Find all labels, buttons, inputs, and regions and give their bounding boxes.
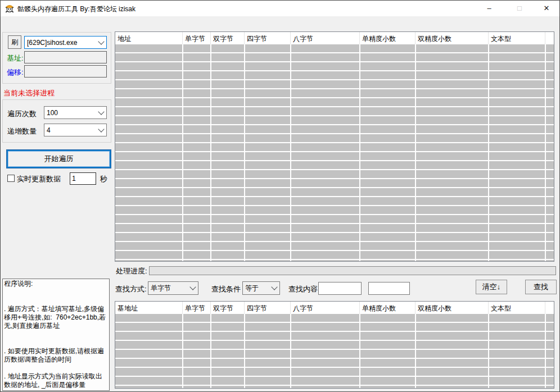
column-header[interactable]: 八字节 bbox=[291, 302, 360, 314]
iterations-label: 遍历次数 bbox=[7, 109, 37, 119]
progress-label: 处理进度: bbox=[116, 266, 147, 276]
column-header[interactable]: 单精度小数 bbox=[360, 32, 416, 44]
memory-results-body[interactable] bbox=[115, 44, 554, 261]
program-notes: 程序说明: . 遍历方式：基址填写基址,多级偏移用+号连接,如: 760+2ec… bbox=[2, 279, 110, 391]
process-status-text: 当前未选择进程 bbox=[3, 88, 55, 98]
progress-bar bbox=[149, 266, 556, 275]
column-separator bbox=[290, 44, 291, 261]
minimize-button[interactable]: – bbox=[476, 1, 502, 16]
chevron-down-icon bbox=[98, 126, 104, 132]
offset-input[interactable] bbox=[24, 65, 107, 78]
column-header[interactable]: 双精度小数 bbox=[416, 32, 489, 44]
column-header[interactable]: 单字节 bbox=[183, 32, 211, 44]
column-separator bbox=[545, 44, 546, 261]
column-separator bbox=[244, 314, 245, 388]
column-separator bbox=[545, 314, 546, 388]
column-header[interactable]: 四字节 bbox=[245, 302, 291, 314]
maximize-button: □ bbox=[507, 1, 532, 16]
column-separator bbox=[182, 44, 183, 261]
column-header[interactable]: 单字节 bbox=[183, 302, 211, 314]
column-header[interactable]: 八字节 bbox=[291, 32, 360, 44]
seconds-label: 秒 bbox=[100, 174, 107, 184]
search-results-header-row: 基地址单字节双字节四字节八字节单精度小数双精度小数文本型 bbox=[115, 302, 554, 314]
column-separator bbox=[488, 44, 489, 261]
iterations-select[interactable]: 100 bbox=[44, 106, 107, 119]
memory-results-table: 地址单字节双字节四字节八字节单精度小数双精度小数文本型 bbox=[115, 31, 554, 262]
column-header[interactable]: 地址 bbox=[115, 32, 183, 44]
clear-results-button[interactable]: 清空↓ bbox=[476, 280, 507, 294]
iterations-value: 100 bbox=[47, 109, 58, 117]
chevron-down-icon bbox=[98, 38, 104, 44]
base-address-input[interactable] bbox=[24, 51, 107, 63]
search-content-label: 查找内容 bbox=[288, 284, 318, 294]
search-results-body[interactable] bbox=[115, 314, 554, 388]
column-separator bbox=[210, 44, 211, 261]
window-title: 骷髅头内存遍历工具 By:吾爱论坛 izisak bbox=[17, 4, 136, 14]
app-window: 骷髅头内存遍历工具 By:吾爱论坛 izisak – □ ✕ 内存遍历 待添加 … bbox=[0, 0, 560, 392]
column-separator bbox=[359, 44, 360, 261]
chevron-down-icon bbox=[98, 108, 104, 115]
chevron-down-icon bbox=[271, 284, 277, 290]
chevron-down-icon bbox=[189, 284, 196, 290]
column-header[interactable]: 四字节 bbox=[245, 32, 291, 44]
column-header[interactable]: 双字节 bbox=[211, 302, 245, 314]
realtime-update-checkbox[interactable] bbox=[7, 175, 15, 182]
process-select-value: [629C]sihost.exe bbox=[27, 39, 77, 47]
column-header-filler bbox=[545, 32, 554, 44]
refresh-process-button[interactable]: 刷 bbox=[8, 35, 21, 49]
increment-select[interactable]: 4 bbox=[44, 124, 107, 136]
skull-straw-hat-icon bbox=[4, 3, 15, 13]
search-content-input-2[interactable] bbox=[368, 282, 410, 295]
column-separator bbox=[488, 314, 489, 388]
find-button[interactable]: 查找 bbox=[525, 280, 557, 294]
column-separator bbox=[290, 314, 291, 388]
search-mode-value: 单字节 bbox=[151, 284, 171, 293]
base-address-label: 基址: bbox=[7, 53, 24, 63]
search-mode-label: 查找方式: bbox=[115, 284, 147, 294]
column-separator bbox=[359, 314, 360, 388]
column-separator bbox=[210, 314, 211, 388]
tab-strip: 内存遍历 待添加 待添加 bbox=[1, 16, 559, 30]
column-header[interactable]: 基地址 bbox=[115, 302, 183, 314]
offset-label: 偏移: bbox=[7, 67, 24, 78]
search-condition-label: 查找条件 bbox=[211, 284, 241, 294]
title-bar[interactable]: 骷髅头内存遍历工具 By:吾爱论坛 izisak – □ ✕ bbox=[1, 1, 559, 16]
column-header[interactable]: 双精度小数 bbox=[416, 302, 489, 314]
start-traverse-button[interactable]: 开始遍历 bbox=[7, 150, 111, 168]
realtime-update-label: 实时更新数据 bbox=[17, 174, 61, 184]
increment-value: 4 bbox=[47, 126, 51, 134]
increment-label: 递增数量 bbox=[7, 126, 37, 136]
search-results-table: 基地址单字节双字节四字节八字节单精度小数双精度小数文本型 bbox=[115, 301, 554, 389]
realtime-interval-input[interactable] bbox=[70, 172, 96, 185]
column-separator bbox=[415, 44, 416, 261]
column-header[interactable]: 双字节 bbox=[211, 32, 245, 44]
column-header-filler bbox=[545, 302, 554, 314]
column-separator bbox=[415, 314, 416, 388]
close-button[interactable]: ✕ bbox=[534, 1, 559, 16]
search-condition-value: 等于 bbox=[245, 284, 259, 293]
search-condition-select[interactable]: 等于 bbox=[242, 281, 280, 295]
memory-results-header-row: 地址单字节双字节四字节八字节单精度小数双精度小数文本型 bbox=[115, 32, 554, 44]
column-header[interactable]: 文本型 bbox=[489, 302, 545, 314]
search-mode-select[interactable]: 单字节 bbox=[148, 281, 198, 295]
column-separator bbox=[182, 314, 183, 388]
column-separator bbox=[244, 44, 245, 261]
column-header[interactable]: 文本型 bbox=[489, 32, 545, 44]
search-content-input[interactable] bbox=[318, 282, 362, 295]
process-select[interactable]: [629C]sihost.exe bbox=[24, 36, 107, 49]
column-header[interactable]: 单精度小数 bbox=[360, 302, 416, 314]
